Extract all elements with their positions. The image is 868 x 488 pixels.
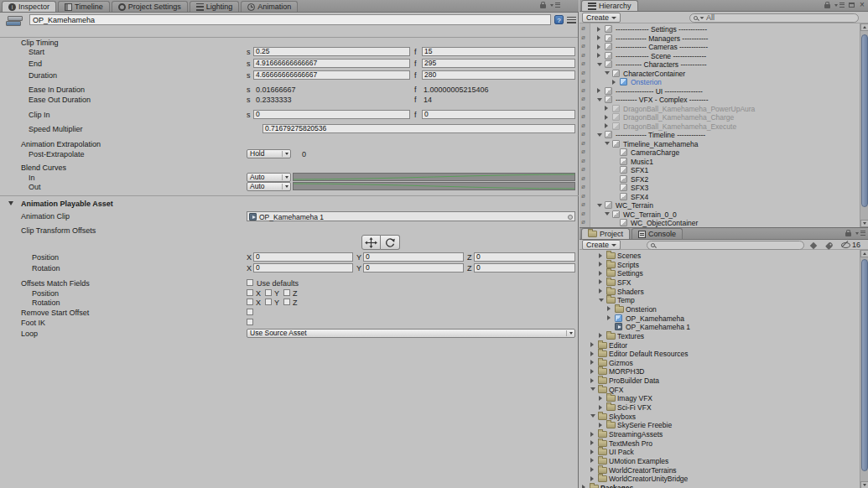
hierarchy-item[interactable]: ------------- Timeline ------------	[580, 130, 860, 139]
foot-ik-checkbox[interactable]	[247, 319, 253, 325]
scroll-up-button[interactable]	[860, 250, 868, 257]
foldout-closed-icon[interactable]	[599, 333, 602, 338]
visibility-toggle-icon[interactable]	[581, 69, 585, 76]
foldout-closed-icon[interactable]	[599, 271, 602, 276]
hierarchy-item[interactable]: DragonBall_Kamehameha_PowerUpAura	[580, 104, 860, 113]
project-item[interactable]: WorldCreatorUnityBridge	[580, 474, 860, 483]
tab-console[interactable]: Console	[632, 228, 683, 239]
close-icon[interactable]	[859, 2, 865, 8]
tab-hierarchy[interactable]: Hierarchy	[581, 0, 638, 11]
blend-out-curve-preview[interactable]	[293, 182, 575, 190]
rotation-x-field[interactable]: 0	[253, 263, 353, 273]
foldout-closed-icon[interactable]	[590, 449, 594, 454]
search-by-type-icon[interactable]	[811, 241, 816, 250]
project-item[interactable]: Imagy VFX	[580, 393, 860, 402]
clip-in-seconds-field[interactable]: 0	[253, 110, 410, 119]
foldout-open-icon[interactable]	[599, 299, 604, 302]
foldout-closed-icon[interactable]	[599, 405, 602, 410]
hidden-packages-icon[interactable]	[841, 241, 850, 249]
hierarchy-scrollbar[interactable]	[860, 23, 868, 227]
rotation-match-y-checkbox[interactable]	[265, 299, 272, 305]
hierarchy-item[interactable]: SFX1	[580, 165, 860, 174]
help-icon[interactable]	[554, 15, 564, 24]
foldout-closed-icon[interactable]	[590, 342, 594, 347]
foldout-open-icon[interactable]	[605, 212, 610, 215]
foldout-closed-icon[interactable]	[590, 458, 594, 463]
visibility-toggle-icon[interactable]	[581, 60, 585, 67]
hierarchy-item[interactable]: Timeline_Kamehameha	[580, 139, 860, 148]
visibility-toggle-icon[interactable]	[581, 112, 585, 120]
project-item[interactable]: WorldCreatorTerrains	[580, 465, 860, 475]
hierarchy-item[interactable]: ---------------- UI ----------------	[580, 86, 860, 96]
project-item[interactable]: Scenes	[580, 251, 860, 260]
foldout-closed-icon[interactable]	[607, 315, 611, 320]
post-extrapolate-dropdown[interactable]: Hold	[247, 149, 291, 158]
position-x-field[interactable]: 0	[253, 252, 353, 262]
foldout-open-icon[interactable]	[8, 201, 13, 205]
create-button[interactable]: Create	[582, 13, 621, 23]
project-item[interactable]: MORPH3D	[580, 366, 860, 376]
speed-multiplier-field[interactable]: 0.71679275820536	[262, 124, 575, 133]
animation-clip-object-field[interactable]: OP_Kamehameha 1	[247, 211, 575, 221]
project-item[interactable]: Onsterion	[580, 304, 860, 314]
foldout-closed-icon[interactable]	[599, 396, 602, 401]
position-match-z-checkbox[interactable]	[283, 289, 290, 296]
project-item[interactable]: QFX	[580, 385, 860, 394]
hierarchy-search-input[interactable]: All	[689, 13, 859, 23]
end-frames-field[interactable]: 295	[422, 59, 575, 68]
foldout-open-icon[interactable]	[597, 133, 602, 137]
tab-animation[interactable]: Animation	[241, 1, 298, 12]
hierarchy-item[interactable]: ------------- Managers -----------	[580, 34, 860, 43]
presets-icon[interactable]	[567, 17, 576, 23]
start-frames-field[interactable]: 15	[422, 47, 575, 56]
project-item[interactable]: Packages	[580, 483, 860, 488]
create-button[interactable]: Create	[582, 240, 621, 250]
blend-in-curve-preview[interactable]	[293, 173, 575, 181]
visibility-toggle-icon[interactable]	[581, 157, 585, 164]
project-item[interactable]: SkySerie Freebie	[580, 420, 860, 429]
project-item[interactable]: Sci-Fi VFX	[580, 402, 860, 412]
position-z-field[interactable]: 0	[474, 252, 575, 262]
visibility-toggle-icon[interactable]	[581, 218, 585, 226]
foldout-open-icon[interactable]	[590, 414, 595, 418]
project-item[interactable]: Shaders	[580, 287, 860, 296]
rotation-y-field[interactable]: 0	[363, 263, 464, 273]
tab-project[interactable]: Project	[581, 228, 630, 239]
scroll-up-button[interactable]	[860, 23, 868, 31]
foldout-closed-icon[interactable]	[605, 106, 608, 111]
project-item[interactable]: Settings	[580, 268, 860, 278]
project-item[interactable]: SFX	[580, 278, 860, 287]
end-seconds-field[interactable]: 4.91666666666667	[253, 59, 410, 68]
foldout-closed-icon[interactable]	[599, 423, 602, 428]
foldout-closed-icon[interactable]	[590, 476, 594, 481]
foldout-closed-icon[interactable]	[590, 369, 594, 374]
tab-timeline[interactable]: Timeline	[58, 1, 110, 12]
position-y-field[interactable]: 0	[363, 252, 464, 262]
scrollbar-thumb[interactable]	[861, 34, 868, 207]
foldout-closed-icon[interactable]	[590, 440, 594, 445]
duration-frames-field[interactable]: 280	[422, 70, 575, 80]
hierarchy-item[interactable]: DragonBall_Kamehameha_Execute	[580, 122, 860, 131]
visibility-toggle-icon[interactable]	[581, 42, 585, 49]
visibility-toggle-icon[interactable]	[581, 86, 585, 94]
visibility-toggle-icon[interactable]	[581, 77, 585, 85]
project-item[interactable]: TextMesh Pro	[580, 439, 860, 448]
foldout-closed-icon[interactable]	[590, 360, 594, 365]
foldout-open-icon[interactable]	[590, 387, 595, 391]
visibility-toggle-icon[interactable]	[581, 210, 585, 217]
panel-menu-icon[interactable]	[834, 2, 845, 8]
rotate-tool-button[interactable]	[381, 235, 400, 250]
scroll-down-button[interactable]	[860, 220, 868, 227]
project-item[interactable]: UI Pack	[580, 447, 860, 456]
scroll-down-button[interactable]	[860, 481, 868, 488]
visibility-toggle-icon[interactable]	[581, 24, 585, 32]
hierarchy-item[interactable]: SFX4	[580, 192, 860, 201]
hierarchy-item[interactable]: WC_Terrain_0_0	[580, 210, 860, 219]
project-item[interactable]: StreamingAssets	[580, 429, 860, 439]
search-by-label-icon[interactable]	[826, 241, 833, 250]
visibility-toggle-icon[interactable]	[581, 130, 585, 138]
project-item[interactable]: Gizmos	[580, 358, 860, 367]
panel-menu-icon[interactable]	[855, 230, 865, 236]
hierarchy-item[interactable]: -------------- Settings ------------	[580, 24, 860, 34]
foldout-closed-icon[interactable]	[599, 262, 602, 267]
